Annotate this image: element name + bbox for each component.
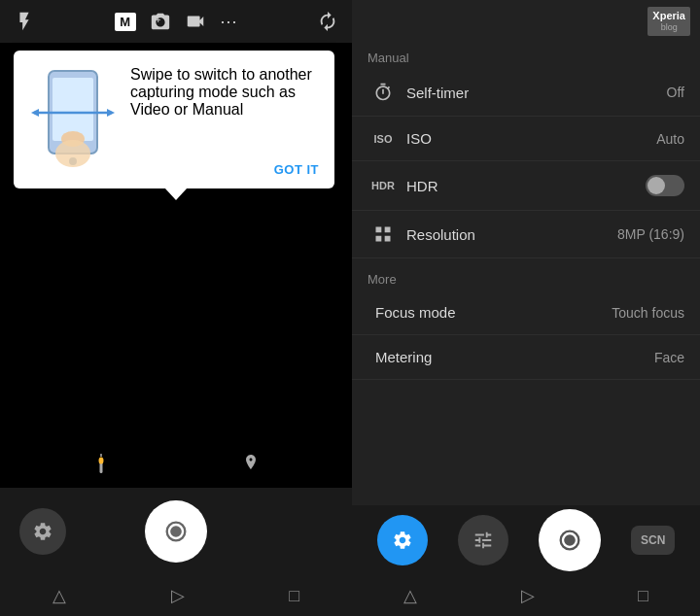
right-shutter-button[interactable] [539,509,601,571]
hdr-item[interactable]: HDR HDR [352,161,700,211]
svg-point-7 [55,140,90,167]
left-settings-button[interactable] [19,508,66,555]
self-timer-value: Off [667,85,684,100]
mode-badge[interactable]: M [115,13,135,31]
metering-label: Metering [368,349,654,365]
timer-icon [368,83,399,102]
more-section-label: More [352,264,700,291]
grid-icon [368,224,399,244]
rotate-icon[interactable] [317,11,338,32]
camera-add-icon[interactable] [150,11,171,32]
got-it-button[interactable]: GOT IT [274,162,319,177]
left-top-bar-left [14,11,35,32]
manual-section-label: Manual [352,43,700,69]
svg-marker-4 [31,109,39,117]
svg-marker-5 [107,109,115,117]
right-settings-button[interactable] [377,515,428,565]
left-recent-button[interactable]: □ [289,586,299,606]
right-sliders-button[interactable] [458,515,508,565]
self-timer-item[interactable]: Self-timer Off [352,69,700,117]
metering-value: Face [654,350,684,365]
focus-mode-label: Focus mode [368,304,612,321]
left-top-bar-right [317,11,338,32]
flash-icon[interactable] [14,11,35,32]
phone-illustration [29,66,117,177]
right-recent-button[interactable]: □ [638,586,648,606]
right-content: Manual Self-timer Off ISO ISO Auto HDR H… [352,43,700,505]
iso-badge: ISO [368,133,399,145]
svg-point-12 [170,526,182,537]
right-bottom-toolbar: SCN [352,505,700,575]
right-top-bar: Xperia blog [352,0,700,43]
candle-icon [94,454,108,478]
resolution-label: Resolution [399,226,617,243]
left-shutter-button[interactable] [145,500,207,563]
svg-point-9 [99,458,104,464]
metering-item[interactable]: Metering Face [352,335,700,380]
left-bottom-bar [0,488,352,575]
hdr-badge: HDR [368,180,399,191]
self-timer-label: Self-timer [399,85,667,101]
left-back-button[interactable]: △ [52,585,66,606]
dots-icon[interactable]: ⋯ [220,11,237,32]
resolution-item[interactable]: Resolution 8MP (16:9) [352,211,700,258]
left-nav-bar: △ ▷ □ [0,575,352,616]
resolution-value: 8MP (16:9) [617,226,684,242]
tooltip-popup: Swipe to switch to another capturing mod… [14,51,334,188]
focus-mode-value: Touch focus [612,305,684,321]
iso-label: ISO [399,130,656,147]
location-icon [244,455,258,477]
unofficial-badge: Xperia blog [648,7,690,36]
hdr-toggle-knob [648,177,665,194]
left-panel: M ⋯ [0,0,352,616]
iso-item[interactable]: ISO ISO Auto [352,117,700,161]
focus-mode-item[interactable]: Focus mode Touch focus [352,291,700,335]
right-back-button[interactable]: △ [403,585,417,606]
left-top-bar: M ⋯ [0,0,352,43]
iso-value: Auto [656,131,684,147]
hdr-toggle[interactable] [646,175,684,196]
right-panel: Xperia blog Manual Self-timer Off ISO IS… [352,0,700,616]
left-top-bar-center: M ⋯ [115,11,236,32]
scn-button[interactable]: SCN [631,526,675,555]
right-nav-bar: △ ▷ □ [352,575,700,616]
tooltip-text: Swipe to switch to another capturing mod… [130,66,319,119]
right-home-button[interactable]: ▷ [521,585,535,606]
svg-point-14 [564,534,576,546]
video-icon[interactable] [185,11,206,32]
hdr-label: HDR [399,178,646,194]
left-home-button[interactable]: ▷ [171,585,185,606]
